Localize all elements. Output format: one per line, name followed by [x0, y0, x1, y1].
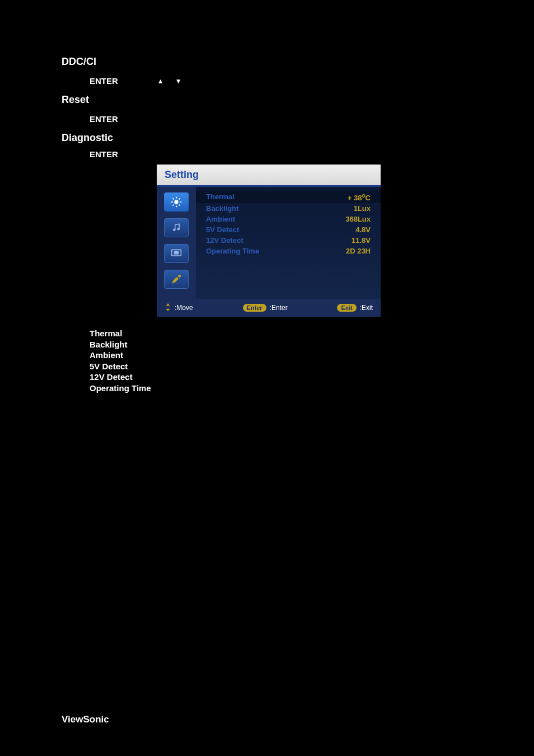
brand-footer: ViewSonic: [62, 714, 109, 725]
footer-exit-label: :Exit: [360, 304, 373, 312]
osd-label-5v: 5V Detect: [206, 226, 239, 234]
list-backlight: Backlight: [90, 339, 472, 350]
enter-pill: Enter: [243, 304, 266, 312]
svg-point-0: [174, 200, 178, 204]
list-optime: Operating Time: [90, 383, 472, 394]
osd-sidebar: [157, 187, 196, 299]
osd-row-5v[interactable]: 5V Detect 4.8V: [196, 224, 381, 235]
footer-enter-label: :Enter: [270, 304, 288, 312]
osd-body: Thermal + 38oC Backlight 1Lux Ambient 36…: [157, 187, 381, 299]
settings-icon[interactable]: [164, 270, 189, 289]
osd-label-12v: 12V Detect: [206, 236, 243, 245]
osd-label-optime: Operating Time: [206, 247, 259, 255]
footer-enter: Enter :Enter: [243, 304, 288, 312]
display-icon[interactable]: [164, 244, 189, 263]
arrow-up-icon: [157, 77, 164, 85]
osd-panel: Setting Thermal + 38oC Backlight 1: [157, 165, 381, 317]
footer-move: :Move: [165, 303, 193, 312]
updown-icon: [165, 303, 171, 312]
svg-line-8: [179, 198, 180, 199]
section-diagnostic-title: Diagnostic: [62, 132, 472, 144]
osd-value-backlight: 1Lux: [354, 204, 371, 213]
osd-value-12v: 11.8V: [352, 236, 371, 245]
reset-enter-label: ENTER: [90, 114, 472, 124]
osd-content: Thermal + 38oC Backlight 1Lux Ambient 36…: [196, 187, 381, 299]
osd-row-ambient[interactable]: Ambient 368Lux: [196, 214, 381, 224]
osd-header: Setting: [157, 165, 381, 187]
audio-icon[interactable]: [164, 218, 189, 237]
svg-point-9: [173, 229, 176, 232]
svg-line-6: [179, 205, 180, 206]
diagnostic-list: Thermal Backlight Ambient 5V Detect 12V …: [90, 328, 472, 393]
osd-label-thermal: Thermal: [206, 192, 235, 202]
list-12v: 12V Detect: [90, 372, 472, 383]
list-ambient: Ambient: [90, 350, 472, 361]
brightness-icon[interactable]: [164, 192, 189, 212]
list-thermal: Thermal: [90, 328, 472, 339]
svg-point-10: [177, 228, 180, 231]
diagnostic-enter-label: ENTER: [90, 149, 472, 159]
osd-footer: :Move Enter :Enter Exit :Exit: [157, 299, 381, 317]
osd-label-backlight: Backlight: [206, 204, 239, 213]
osd-label-ambient: Ambient: [206, 215, 235, 223]
svg-line-7: [172, 205, 174, 206]
arrows-group: [157, 77, 182, 85]
svg-rect-12: [175, 252, 179, 254]
osd-row-optime[interactable]: Operating Time 2D 23H: [196, 246, 381, 256]
osd-row-backlight[interactable]: Backlight 1Lux: [196, 203, 381, 214]
list-5v: 5V Detect: [90, 361, 472, 372]
section-ddcci-title: DDC/CI: [62, 56, 472, 68]
osd-value-5v: 4.8V: [355, 226, 371, 234]
footer-move-label: :Move: [175, 304, 193, 312]
section-reset-title: Reset: [62, 94, 472, 106]
osd-row-thermal[interactable]: Thermal + 38oC: [196, 191, 381, 203]
arrow-down-icon: [175, 77, 182, 85]
osd-title: Setting: [165, 169, 199, 180]
osd-value-optime: 2D 23H: [346, 247, 371, 255]
ddcci-enter-label: ENTER: [90, 76, 118, 86]
svg-line-5: [172, 198, 174, 199]
exit-pill: Exit: [337, 304, 356, 312]
osd-value-thermal: + 38oC: [348, 192, 371, 202]
osd-value-ambient: 368Lux: [345, 215, 371, 223]
osd-row-12v[interactable]: 12V Detect 11.8V: [196, 235, 381, 246]
footer-exit: Exit :Exit: [337, 304, 373, 312]
